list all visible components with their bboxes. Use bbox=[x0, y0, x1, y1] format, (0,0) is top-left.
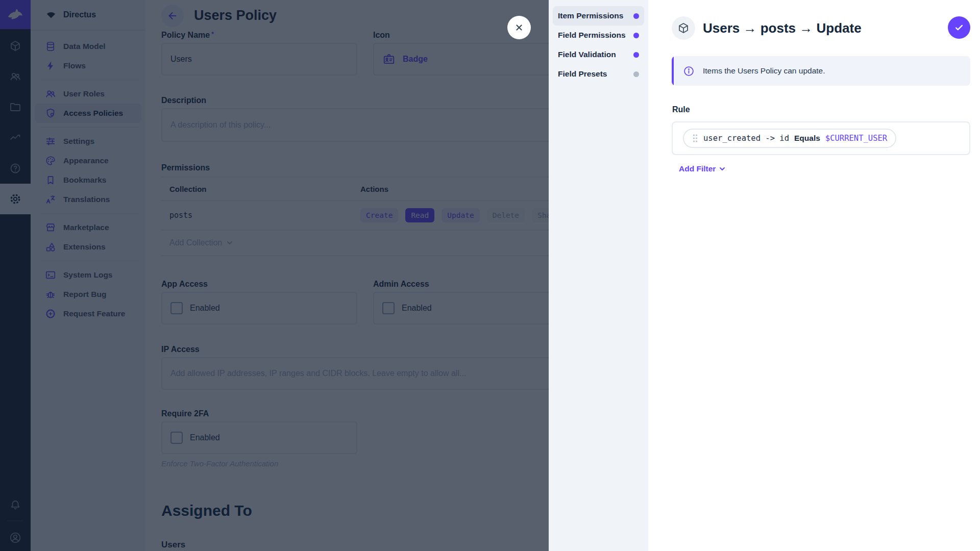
tab-item-permissions[interactable]: Item Permissions bbox=[553, 6, 644, 26]
drag-handle-icon[interactable] bbox=[692, 133, 698, 143]
drawer-title: Users → posts → Update bbox=[703, 20, 862, 36]
tab-label: Item Permissions bbox=[558, 11, 623, 20]
info-notice: Items the Users Policy can update. bbox=[672, 56, 970, 86]
filter-operator[interactable]: Equals bbox=[794, 134, 820, 143]
filter-rule-pill[interactable]: user_created -> id Equals $CURRENT_USER bbox=[683, 129, 896, 148]
status-dot bbox=[633, 71, 639, 77]
chevron-down-icon bbox=[719, 165, 726, 172]
notice-text: Items the Users Policy can update. bbox=[703, 66, 825, 76]
drawer-content: Users → posts → Update Items the Users P… bbox=[648, 0, 980, 551]
status-dot bbox=[633, 52, 639, 58]
close-icon bbox=[513, 22, 525, 33]
cube-icon bbox=[677, 22, 690, 34]
save-button[interactable] bbox=[948, 16, 970, 39]
directus-app: Directus Data Model Flows User Roles bbox=[0, 0, 980, 551]
filter-value[interactable]: $CURRENT_USER bbox=[825, 134, 887, 143]
rule-label: Rule bbox=[672, 105, 690, 114]
tab-field-validation[interactable]: Field Validation bbox=[553, 45, 644, 64]
drawer-close-button[interactable] bbox=[507, 16, 531, 39]
add-filter-button[interactable]: Add Filter bbox=[679, 164, 726, 173]
tab-label: Field Presets bbox=[558, 69, 607, 79]
drawer-header-badge bbox=[672, 16, 695, 40]
status-dot bbox=[633, 13, 639, 19]
tab-label: Field Validation bbox=[558, 50, 616, 59]
tab-label: Field Permissions bbox=[558, 31, 626, 40]
tab-field-presets[interactable]: Field Presets bbox=[553, 64, 644, 84]
filter-field-path[interactable]: user_created -> id bbox=[703, 134, 789, 143]
check-icon bbox=[953, 22, 965, 33]
drawer-overlay[interactable] bbox=[0, 0, 549, 551]
status-dot bbox=[633, 33, 639, 38]
rule-filter-container: user_created -> id Equals $CURRENT_USER bbox=[672, 121, 970, 155]
info-icon bbox=[683, 65, 695, 77]
tab-field-permissions[interactable]: Field Permissions bbox=[553, 26, 644, 45]
drawer-tab-list: Item Permissions Field Permissions Field… bbox=[549, 0, 648, 551]
